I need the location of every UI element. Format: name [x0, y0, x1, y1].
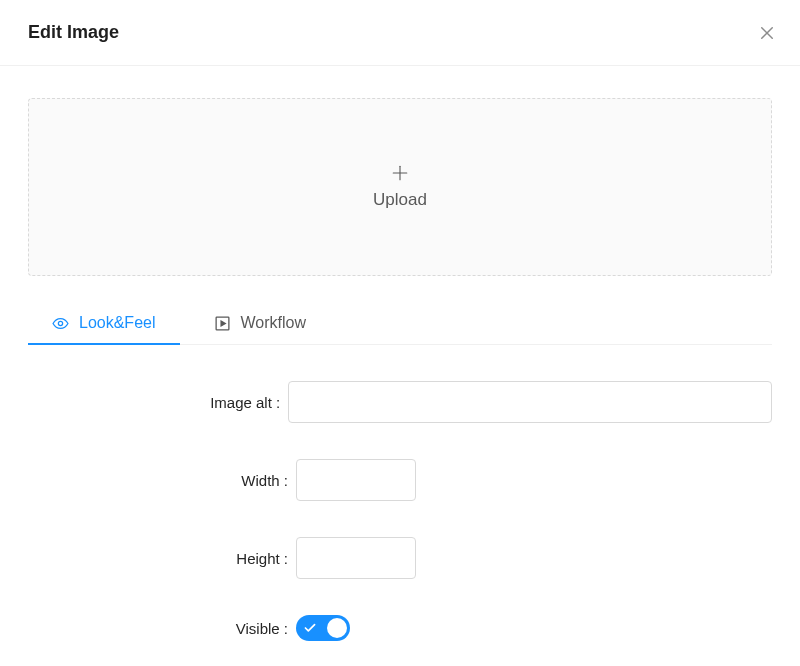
check-icon — [304, 623, 316, 633]
tab-lookfeel-label: Look&Feel — [79, 314, 156, 332]
upload-label: Upload — [373, 190, 427, 210]
tabs: Look&Feel Workflow — [28, 302, 772, 345]
height-input[interactable] — [296, 537, 416, 579]
field-width: Width — [28, 459, 772, 501]
visible-label: Visible — [28, 620, 296, 637]
height-label: Height — [28, 550, 296, 567]
visible-toggle[interactable] — [296, 615, 350, 641]
play-box-icon — [214, 315, 231, 332]
form: Image alt Width Height Visible — [28, 381, 772, 641]
svg-point-4 — [58, 321, 62, 325]
field-image-alt: Image alt — [28, 381, 772, 423]
modal-title: Edit Image — [28, 22, 119, 43]
toggle-knob — [327, 618, 347, 638]
close-icon[interactable] — [758, 24, 776, 42]
width-input[interactable] — [296, 459, 416, 501]
image-alt-input[interactable] — [288, 381, 772, 423]
tab-workflow-label: Workflow — [241, 314, 307, 332]
tab-lookfeel[interactable]: Look&Feel — [52, 302, 156, 344]
plus-icon — [391, 164, 409, 182]
eye-icon — [52, 315, 69, 332]
width-label: Width — [28, 472, 296, 489]
tab-workflow[interactable]: Workflow — [214, 302, 307, 344]
modal-content: Upload Look&Feel Workflow Image al — [0, 98, 800, 641]
upload-dropzone[interactable]: Upload — [28, 98, 772, 276]
field-visible: Visible — [28, 615, 772, 641]
image-alt-label: Image alt — [28, 394, 288, 411]
field-height: Height — [28, 537, 772, 579]
modal-header: Edit Image — [0, 0, 800, 66]
